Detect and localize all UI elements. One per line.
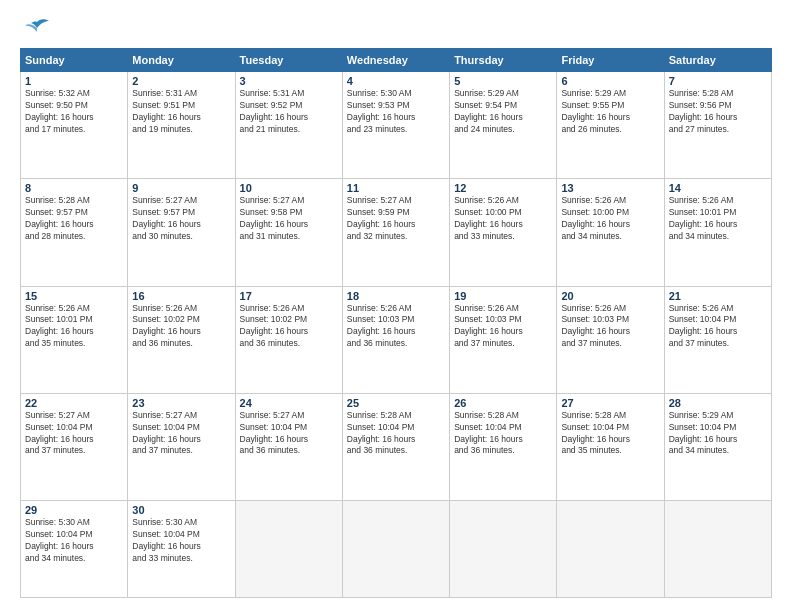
calendar-week-row: 22Sunrise: 5:27 AM Sunset: 10:04 PM Dayl… — [21, 393, 772, 500]
day-info: Sunrise: 5:26 AM Sunset: 10:00 PM Daylig… — [561, 195, 659, 243]
col-wednesday: Wednesday — [342, 49, 449, 72]
table-row: 28Sunrise: 5:29 AM Sunset: 10:04 PM Dayl… — [664, 393, 771, 500]
day-number: 24 — [240, 397, 338, 409]
day-info: Sunrise: 5:28 AM Sunset: 10:04 PM Daylig… — [454, 410, 552, 458]
day-info: Sunrise: 5:26 AM Sunset: 10:01 PM Daylig… — [669, 195, 767, 243]
table-row: 29Sunrise: 5:30 AM Sunset: 10:04 PM Dayl… — [21, 501, 128, 598]
day-number: 14 — [669, 182, 767, 194]
table-row: 11Sunrise: 5:27 AM Sunset: 9:59 PM Dayli… — [342, 179, 449, 286]
day-number: 15 — [25, 290, 123, 302]
day-info: Sunrise: 5:26 AM Sunset: 10:04 PM Daylig… — [669, 303, 767, 351]
calendar-week-row: 8Sunrise: 5:28 AM Sunset: 9:57 PM Daylig… — [21, 179, 772, 286]
day-number: 29 — [25, 504, 123, 516]
table-row — [664, 501, 771, 598]
day-info: Sunrise: 5:29 AM Sunset: 10:04 PM Daylig… — [669, 410, 767, 458]
table-row: 15Sunrise: 5:26 AM Sunset: 10:01 PM Dayl… — [21, 286, 128, 393]
day-info: Sunrise: 5:26 AM Sunset: 10:00 PM Daylig… — [454, 195, 552, 243]
day-info: Sunrise: 5:26 AM Sunset: 10:02 PM Daylig… — [240, 303, 338, 351]
table-row: 25Sunrise: 5:28 AM Sunset: 10:04 PM Dayl… — [342, 393, 449, 500]
table-row: 13Sunrise: 5:26 AM Sunset: 10:00 PM Dayl… — [557, 179, 664, 286]
day-number: 7 — [669, 75, 767, 87]
day-info: Sunrise: 5:27 AM Sunset: 10:04 PM Daylig… — [25, 410, 123, 458]
day-number: 11 — [347, 182, 445, 194]
col-saturday: Saturday — [664, 49, 771, 72]
table-row: 5Sunrise: 5:29 AM Sunset: 9:54 PM Daylig… — [450, 72, 557, 179]
day-number: 18 — [347, 290, 445, 302]
day-info: Sunrise: 5:31 AM Sunset: 9:52 PM Dayligh… — [240, 88, 338, 136]
table-row: 16Sunrise: 5:26 AM Sunset: 10:02 PM Dayl… — [128, 286, 235, 393]
day-number: 17 — [240, 290, 338, 302]
table-row: 18Sunrise: 5:26 AM Sunset: 10:03 PM Dayl… — [342, 286, 449, 393]
day-number: 13 — [561, 182, 659, 194]
day-number: 28 — [669, 397, 767, 409]
day-info: Sunrise: 5:27 AM Sunset: 9:57 PM Dayligh… — [132, 195, 230, 243]
day-number: 12 — [454, 182, 552, 194]
table-row: 30Sunrise: 5:30 AM Sunset: 10:04 PM Dayl… — [128, 501, 235, 598]
day-number: 10 — [240, 182, 338, 194]
table-row — [235, 501, 342, 598]
day-number: 22 — [25, 397, 123, 409]
day-info: Sunrise: 5:28 AM Sunset: 9:57 PM Dayligh… — [25, 195, 123, 243]
table-row: 26Sunrise: 5:28 AM Sunset: 10:04 PM Dayl… — [450, 393, 557, 500]
table-row — [450, 501, 557, 598]
day-info: Sunrise: 5:28 AM Sunset: 10:04 PM Daylig… — [347, 410, 445, 458]
table-row: 4Sunrise: 5:30 AM Sunset: 9:53 PM Daylig… — [342, 72, 449, 179]
table-row: 3Sunrise: 5:31 AM Sunset: 9:52 PM Daylig… — [235, 72, 342, 179]
table-row: 20Sunrise: 5:26 AM Sunset: 10:03 PM Dayl… — [557, 286, 664, 393]
day-info: Sunrise: 5:27 AM Sunset: 10:04 PM Daylig… — [240, 410, 338, 458]
table-row: 7Sunrise: 5:28 AM Sunset: 9:56 PM Daylig… — [664, 72, 771, 179]
day-info: Sunrise: 5:28 AM Sunset: 10:04 PM Daylig… — [561, 410, 659, 458]
day-number: 3 — [240, 75, 338, 87]
calendar-week-row: 15Sunrise: 5:26 AM Sunset: 10:01 PM Dayl… — [21, 286, 772, 393]
table-row: 19Sunrise: 5:26 AM Sunset: 10:03 PM Dayl… — [450, 286, 557, 393]
table-row: 14Sunrise: 5:26 AM Sunset: 10:01 PM Dayl… — [664, 179, 771, 286]
table-row: 8Sunrise: 5:28 AM Sunset: 9:57 PM Daylig… — [21, 179, 128, 286]
table-row: 10Sunrise: 5:27 AM Sunset: 9:58 PM Dayli… — [235, 179, 342, 286]
day-number: 8 — [25, 182, 123, 194]
table-row: 6Sunrise: 5:29 AM Sunset: 9:55 PM Daylig… — [557, 72, 664, 179]
logo-bird-icon — [23, 18, 51, 38]
day-number: 30 — [132, 504, 230, 516]
table-row: 24Sunrise: 5:27 AM Sunset: 10:04 PM Dayl… — [235, 393, 342, 500]
day-number: 4 — [347, 75, 445, 87]
day-info: Sunrise: 5:26 AM Sunset: 10:03 PM Daylig… — [347, 303, 445, 351]
day-number: 21 — [669, 290, 767, 302]
day-number: 20 — [561, 290, 659, 302]
day-info: Sunrise: 5:30 AM Sunset: 10:04 PM Daylig… — [25, 517, 123, 565]
day-number: 23 — [132, 397, 230, 409]
day-number: 2 — [132, 75, 230, 87]
day-number: 25 — [347, 397, 445, 409]
calendar-table: Sunday Monday Tuesday Wednesday Thursday… — [20, 48, 772, 598]
day-number: 16 — [132, 290, 230, 302]
day-info: Sunrise: 5:27 AM Sunset: 9:59 PM Dayligh… — [347, 195, 445, 243]
col-monday: Monday — [128, 49, 235, 72]
calendar-week-row: 29Sunrise: 5:30 AM Sunset: 10:04 PM Dayl… — [21, 501, 772, 598]
col-sunday: Sunday — [21, 49, 128, 72]
day-info: Sunrise: 5:30 AM Sunset: 10:04 PM Daylig… — [132, 517, 230, 565]
table-row — [557, 501, 664, 598]
day-info: Sunrise: 5:26 AM Sunset: 10:03 PM Daylig… — [454, 303, 552, 351]
day-info: Sunrise: 5:31 AM Sunset: 9:51 PM Dayligh… — [132, 88, 230, 136]
day-number: 9 — [132, 182, 230, 194]
calendar-week-row: 1Sunrise: 5:32 AM Sunset: 9:50 PM Daylig… — [21, 72, 772, 179]
table-row: 22Sunrise: 5:27 AM Sunset: 10:04 PM Dayl… — [21, 393, 128, 500]
day-number: 19 — [454, 290, 552, 302]
day-number: 5 — [454, 75, 552, 87]
table-row: 1Sunrise: 5:32 AM Sunset: 9:50 PM Daylig… — [21, 72, 128, 179]
day-info: Sunrise: 5:28 AM Sunset: 9:56 PM Dayligh… — [669, 88, 767, 136]
day-info: Sunrise: 5:26 AM Sunset: 10:03 PM Daylig… — [561, 303, 659, 351]
day-info: Sunrise: 5:26 AM Sunset: 10:01 PM Daylig… — [25, 303, 123, 351]
day-info: Sunrise: 5:30 AM Sunset: 9:53 PM Dayligh… — [347, 88, 445, 136]
day-number: 26 — [454, 397, 552, 409]
table-row: 17Sunrise: 5:26 AM Sunset: 10:02 PM Dayl… — [235, 286, 342, 393]
col-tuesday: Tuesday — [235, 49, 342, 72]
table-row: 23Sunrise: 5:27 AM Sunset: 10:04 PM Dayl… — [128, 393, 235, 500]
col-friday: Friday — [557, 49, 664, 72]
calendar-header-row: Sunday Monday Tuesday Wednesday Thursday… — [21, 49, 772, 72]
table-row: 27Sunrise: 5:28 AM Sunset: 10:04 PM Dayl… — [557, 393, 664, 500]
table-row: 9Sunrise: 5:27 AM Sunset: 9:57 PM Daylig… — [128, 179, 235, 286]
table-row: 12Sunrise: 5:26 AM Sunset: 10:00 PM Dayl… — [450, 179, 557, 286]
day-info: Sunrise: 5:27 AM Sunset: 10:04 PM Daylig… — [132, 410, 230, 458]
table-row — [342, 501, 449, 598]
col-thursday: Thursday — [450, 49, 557, 72]
